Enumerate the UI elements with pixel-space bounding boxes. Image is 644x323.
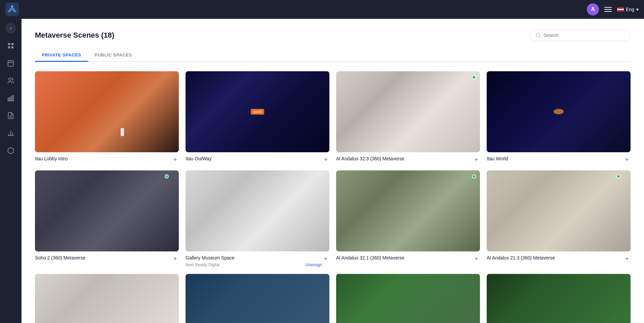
sidebar-item-documents[interactable] xyxy=(3,108,19,124)
status-dot-icon xyxy=(616,174,620,178)
users-icon xyxy=(7,77,14,84)
scene-thumbnail-12 xyxy=(487,274,631,323)
add-scene-button-8[interactable]: + xyxy=(623,255,631,263)
scene-name-1: Itau Lobby Intro xyxy=(35,156,171,162)
bar-chart-icon xyxy=(7,94,14,102)
scene-info-2: Itau OutWay xyxy=(186,156,322,162)
scene-card-4[interactable]: Itau World + xyxy=(487,71,631,164)
scene-name-8: Al Andalus 21.3 (360) Metaverse xyxy=(487,255,623,261)
search-box xyxy=(530,30,631,41)
thumb-decor-4 xyxy=(487,71,631,152)
sidebar-item-reports[interactable] xyxy=(3,125,19,141)
language-selector[interactable]: Eng ▾ xyxy=(617,7,639,12)
scene-card-3[interactable]: Al Andalus 32.3 (360) Metaverse + xyxy=(336,71,480,164)
file-icon xyxy=(7,112,14,119)
box-icon xyxy=(7,147,14,154)
scene-card-7[interactable]: Al Andalus 32.1 (360) Metaverse + xyxy=(336,170,480,267)
chevron-right-icon: › xyxy=(10,26,11,31)
svg-rect-0 xyxy=(5,3,19,16)
tab-private-spaces[interactable]: PRIVATE SPACES xyxy=(35,49,88,62)
scene-card-5[interactable]: Soho 2 (360) Metaverse + xyxy=(35,170,179,267)
scene-info-4: Itau World xyxy=(487,156,623,162)
scene-footer-4: Itau World + xyxy=(487,156,631,164)
status-dot-icon xyxy=(472,75,476,79)
logo-icon xyxy=(5,3,19,16)
svg-rect-13 xyxy=(12,96,14,101)
scene-card-10[interactable] xyxy=(186,274,329,323)
hamburger-line xyxy=(604,11,612,12)
topbar-right: A Eng ▾ xyxy=(587,3,639,15)
sidebar-item-calendar[interactable] xyxy=(3,55,19,71)
add-scene-button-6[interactable]: + xyxy=(322,255,329,263)
add-scene-button-2[interactable]: + xyxy=(322,156,329,164)
sidebar-item-settings[interactable] xyxy=(3,143,19,159)
scene-card-1[interactable]: Itau Lobby Intro + xyxy=(35,71,179,164)
scene-thumbnail-5 xyxy=(35,170,179,251)
scene-card-11[interactable] xyxy=(336,274,480,323)
svg-line-21 xyxy=(539,36,540,37)
scene-card-8[interactable]: Al Andalus 21.3 (360) Metaverse + xyxy=(487,170,631,267)
scene-info-1: Itau Lobby Intro xyxy=(35,156,171,162)
scene-thumbnail-1 xyxy=(35,71,179,152)
scene-name-2: Itau OutWay xyxy=(186,156,322,162)
sidebar-toggle-button[interactable]: › xyxy=(5,23,16,34)
svg-rect-5 xyxy=(11,46,13,48)
scene-name-4: Itau World xyxy=(487,156,623,162)
scene-card-12[interactable] xyxy=(487,274,631,323)
scene-footer-2: Itau OutWay + xyxy=(186,156,329,164)
svg-rect-11 xyxy=(8,98,9,101)
menu-button[interactable] xyxy=(604,7,612,12)
scene-thumbnail-11 xyxy=(336,274,480,323)
scene-footer-6: Gallery Museum Space Next Reality Digita… xyxy=(186,255,329,268)
scene-thumbnail-10 xyxy=(186,274,329,323)
scene-footer-8: Al Andalus 21.3 (360) Metaverse + xyxy=(487,255,631,263)
svg-point-1 xyxy=(11,5,13,7)
add-scene-button-3[interactable]: + xyxy=(473,156,480,164)
add-scene-button-7[interactable]: + xyxy=(473,255,480,263)
scene-thumbnail-8 xyxy=(487,170,631,251)
thumb-decor-2: world xyxy=(186,71,329,152)
scene-sub-6: Next Reality Digital Unassign xyxy=(186,263,322,267)
scene-label-tag: world xyxy=(251,109,264,115)
sidebar-item-dashboard[interactable] xyxy=(3,38,19,54)
svg-rect-6 xyxy=(8,61,14,67)
svg-point-20 xyxy=(536,33,540,37)
svg-rect-2 xyxy=(8,43,10,45)
scene-name-5: Soho 2 (360) Metaverse xyxy=(35,255,171,261)
thumb-decor-5 xyxy=(35,170,179,251)
scene-info-7: Al Andalus 32.1 (360) Metaverse xyxy=(336,255,473,261)
add-scene-button-4[interactable]: + xyxy=(623,156,631,164)
calendar-icon xyxy=(7,59,14,67)
scene-author-6: Next Reality Digital xyxy=(186,263,219,267)
scene-card-6[interactable]: Gallery Museum Space Next Reality Digita… xyxy=(186,170,329,267)
tab-public-spaces[interactable]: PUBLIC SPACES xyxy=(88,49,139,62)
user-avatar-button[interactable]: A xyxy=(587,3,599,15)
unassign-button-6[interactable]: Unassign xyxy=(305,263,322,267)
topbar: A Eng ▾ xyxy=(0,0,644,19)
main-content: Metaverse Scenes (18) PRIVATE SPACES PUB… xyxy=(22,19,644,323)
add-scene-button-5[interactable]: + xyxy=(171,255,179,263)
scene-thumbnail-9 xyxy=(35,274,179,323)
thumb-decor-3 xyxy=(336,71,480,152)
sidebar-item-users[interactable] xyxy=(3,73,19,89)
svg-point-10 xyxy=(9,78,11,80)
tabs: PRIVATE SPACES PUBLIC SPACES xyxy=(35,49,631,62)
search-input[interactable] xyxy=(544,33,625,38)
scene-footer-1: Itau Lobby Intro + xyxy=(35,156,179,164)
scene-info-8: Al Andalus 21.3 (360) Metaverse xyxy=(487,255,623,261)
hamburger-line xyxy=(604,7,612,8)
scene-info-6: Gallery Museum Space Next Reality Digita… xyxy=(186,255,322,268)
scene-thumbnail-4 xyxy=(487,71,631,152)
scene-footer-7: Al Andalus 32.1 (360) Metaverse + xyxy=(336,255,480,263)
svg-rect-3 xyxy=(11,43,13,45)
scene-card-2[interactable]: world Itau OutWay + xyxy=(186,71,329,164)
thumb-decor-1 xyxy=(35,71,179,152)
status-dot-icon xyxy=(472,174,476,178)
add-scene-button-1[interactable]: + xyxy=(171,156,179,164)
status-dot-icon xyxy=(165,174,169,178)
sidebar-item-analytics[interactable] xyxy=(3,90,19,106)
svg-rect-4 xyxy=(8,46,10,48)
chart-icon xyxy=(7,129,14,137)
thumb-decor-7 xyxy=(336,170,480,251)
scene-card-9[interactable] xyxy=(35,274,179,323)
